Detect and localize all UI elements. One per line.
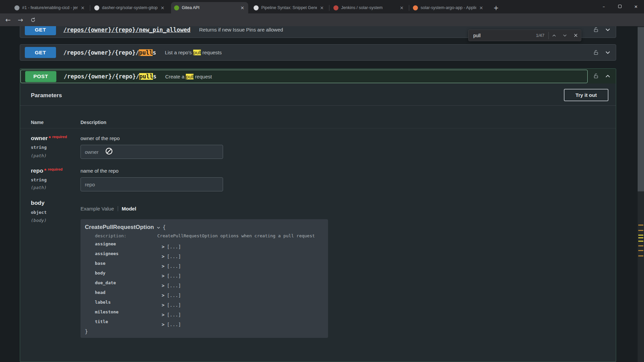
- tab-close-icon[interactable]: ×: [399, 5, 405, 11]
- model-field-row: head >[...]: [80, 290, 328, 299]
- tab-argo-app[interactable]: solar-system-argo-app - Applic ×: [410, 2, 487, 13]
- endpoint-header-create-pull[interactable]: POST /repos/{owner}/{repo}/pulls Create …: [20, 69, 616, 83]
- model-field-toggle[interactable]: >[...]: [162, 293, 181, 298]
- find-next-button[interactable]: [559, 30, 570, 41]
- endpoint-path[interactable]: /repos/{owner}/{repo}/pulls: [64, 73, 156, 80]
- find-match: pull: [139, 73, 153, 80]
- tab-close-icon[interactable]: ×: [478, 5, 484, 11]
- chevron-up-icon[interactable]: [604, 73, 611, 79]
- model-field-toggle[interactable]: >[...]: [162, 302, 181, 308]
- endpoint-path[interactable]: /repos/{owner}/{repo}/pulls: [63, 49, 156, 56]
- model-field-toggle[interactable]: >[...]: [162, 312, 181, 317]
- expand-icon: >: [162, 322, 164, 327]
- model-field-name: assignee: [95, 241, 116, 246]
- close-window-button[interactable]: ×: [628, 0, 644, 13]
- model-field-row: due_date >[...]: [80, 280, 328, 289]
- owner-input[interactable]: [80, 145, 223, 159]
- desc-text: Create a: [165, 74, 186, 79]
- model-collapse-chevron-icon[interactable]: [156, 226, 161, 230]
- tab-close-icon[interactable]: ×: [80, 5, 86, 11]
- tab-favicon: [254, 5, 259, 10]
- model-field-toggle[interactable]: >[...]: [162, 283, 181, 288]
- expand-icon: >: [162, 283, 164, 288]
- model-field-toggle[interactable]: >[...]: [162, 244, 181, 249]
- required-star: *: [49, 135, 51, 141]
- collapsed-value: [...]: [167, 312, 181, 317]
- tab-close-icon[interactable]: ×: [239, 5, 245, 11]
- endpoint-description: Returns if new Issue Pins are allowed: [199, 27, 283, 33]
- model-field-toggle[interactable]: >[...]: [162, 273, 181, 279]
- minimize-button[interactable]: –: [596, 0, 612, 13]
- param-name-text: repo: [31, 168, 43, 174]
- model-field-name: assignees: [95, 251, 118, 256]
- chevron-down-icon[interactable]: [604, 49, 611, 56]
- expand-icon: >: [162, 263, 164, 269]
- param-description-repo: name of the repo: [80, 168, 118, 174]
- tab-jenkins-solar-system[interactable]: Jenkins / solar-system ×: [330, 2, 408, 13]
- model-field-row: assignee >[...]: [80, 241, 328, 250]
- scrollbar-thumb[interactable]: [638, 27, 644, 191]
- model-field-toggle[interactable]: >[...]: [162, 322, 181, 327]
- expand-icon: >: [162, 273, 164, 279]
- open-brace: {: [163, 224, 166, 230]
- endpoint-header-button[interactable]: POST /repos/{owner}/{repo}/pulls Create …: [20, 70, 588, 83]
- endpoint-path[interactable]: /repos/{owner}/{repo}/new_pin_allowed: [63, 26, 191, 33]
- endpoint-row-list-pulls[interactable]: GET /repos/{owner}/{repo}/pulls List a r…: [20, 44, 616, 61]
- tab-pipeline-syntax[interactable]: Pipeline Syntax: Snippet Genera ×: [251, 2, 328, 13]
- path-text: /repos/{owner}/{repo}/: [63, 49, 139, 56]
- tab-close-icon[interactable]: ×: [319, 5, 325, 11]
- auth-unlock-icon[interactable]: [593, 73, 599, 79]
- chevron-down-icon[interactable]: [604, 26, 611, 33]
- find-match-count: 1/47: [536, 33, 544, 38]
- tab-favicon: [413, 5, 418, 10]
- tab-gitea-api-active[interactable]: Gitea API ×: [171, 2, 248, 13]
- collapsed-value: [...]: [167, 302, 181, 308]
- tab-gitea-repo[interactable]: dasher-org/solar-system-gitop ×: [91, 2, 168, 13]
- page-scrollbar[interactable]: [638, 26, 644, 362]
- auth-unlock-icon[interactable]: [593, 50, 599, 56]
- forward-button[interactable]: →: [16, 15, 25, 24]
- find-match-tick: [638, 250, 643, 251]
- model-field-toggle[interactable]: >[...]: [162, 254, 181, 259]
- model-field-name: labels: [95, 300, 111, 305]
- browser-tab-strip: #1 - feature/enabling-cicd - jen × dashe…: [0, 0, 644, 13]
- tab-jenkins-build[interactable]: #1 - feature/enabling-cicd - jen ×: [11, 2, 89, 13]
- tab-separator: [409, 5, 409, 11]
- tab-model[interactable]: Model: [122, 206, 136, 212]
- model-field-row: base >[...]: [80, 261, 328, 269]
- refresh-button[interactable]: [28, 15, 38, 24]
- browser-toolbar: ← → Not secure 64.227.187.25:5555/api/sw…: [0, 13, 644, 26]
- tab-close-icon[interactable]: ×: [160, 5, 165, 11]
- model-title-row[interactable]: CreatePullRequestOption {: [85, 224, 166, 231]
- model-field-name: head: [95, 290, 105, 295]
- find-match-tick: [638, 245, 643, 246]
- tab-favicon: [94, 5, 99, 10]
- find-input[interactable]: [469, 33, 519, 38]
- new-tab-button[interactable]: +: [492, 3, 500, 12]
- path-text: s: [153, 73, 156, 80]
- find-previous-button[interactable]: [549, 30, 559, 41]
- path-text: s: [153, 49, 156, 56]
- column-header-description: Description: [80, 120, 106, 125]
- param-type-repo: string: [31, 177, 47, 182]
- tab-title: Pipeline Syntax: Snippet Genera: [261, 5, 317, 10]
- maximize-button[interactable]: [612, 0, 628, 13]
- auth-unlock-icon[interactable]: [593, 27, 599, 33]
- column-header-name: Name: [31, 120, 44, 125]
- post-method-badge: POST: [25, 71, 56, 82]
- expand-icon: >: [162, 312, 164, 317]
- tab-example-value[interactable]: Example Value: [80, 206, 114, 212]
- back-button[interactable]: ←: [3, 15, 13, 24]
- window-controls: – ×: [596, 0, 644, 13]
- repo-input[interactable]: [80, 177, 223, 191]
- try-it-out-button[interactable]: Try it out: [564, 89, 608, 101]
- desc-text: request: [194, 74, 212, 79]
- required-label: required: [52, 135, 67, 139]
- find-match-tick: [638, 225, 643, 226]
- maximize-icon: [618, 5, 622, 8]
- find-match-active: pull: [139, 49, 153, 56]
- required-label: required: [48, 167, 62, 171]
- param-name-repo: repo*required: [31, 168, 62, 174]
- model-field-toggle[interactable]: >[...]: [162, 263, 181, 269]
- find-close-button[interactable]: [570, 30, 581, 41]
